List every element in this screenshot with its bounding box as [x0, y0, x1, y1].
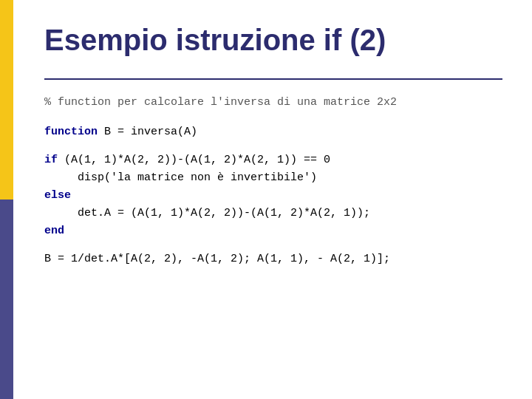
- code-line-b: B = 1/det.A*[A(2, 2), -A(1, 2); A(1, 1),…: [44, 250, 502, 268]
- accent-bar-bottom: [0, 200, 13, 399]
- spacer2: [44, 240, 502, 250]
- keyword-function: function: [44, 126, 98, 138]
- code-line-disp: disp('la matrice non è invertibile'): [44, 169, 502, 187]
- divider-line: [44, 78, 502, 80]
- code-line-if: if (A(1, 1)*A(2, 2))-(A(1, 2)*A(2, 1)) =…: [44, 151, 502, 169]
- code-line-function: function B = inversa(A): [44, 123, 502, 141]
- accent-bar: [0, 0, 13, 399]
- code-line-deta: det.A = (A(1, 1)*A(2, 2))-(A(1, 2)*A(2, …: [44, 205, 502, 222]
- code-line-else: else: [44, 187, 502, 205]
- spacer1: [44, 141, 502, 151]
- keyword-else: else: [44, 189, 71, 202]
- keyword-if: if: [44, 154, 58, 166]
- comment-line: % function per calcolare l'inversa di un…: [44, 96, 502, 109]
- title-area: Esempio istruzione if (2): [44, 22, 502, 58]
- keyword-end: end: [44, 225, 64, 237]
- code-block-function: function B = inversa(A): [44, 123, 502, 141]
- slide: Esempio istruzione if (2) % function per…: [0, 0, 532, 399]
- code-block-b: B = 1/det.A*[A(2, 2), -A(1, 2); A(1, 1),…: [44, 250, 502, 268]
- code-line-end: end: [44, 222, 502, 240]
- code-block-if: if (A(1, 1)*A(2, 2))-(A(1, 2)*A(2, 1)) =…: [44, 151, 502, 240]
- accent-bar-top: [0, 0, 13, 200]
- slide-title: Esempio istruzione if (2): [44, 22, 502, 58]
